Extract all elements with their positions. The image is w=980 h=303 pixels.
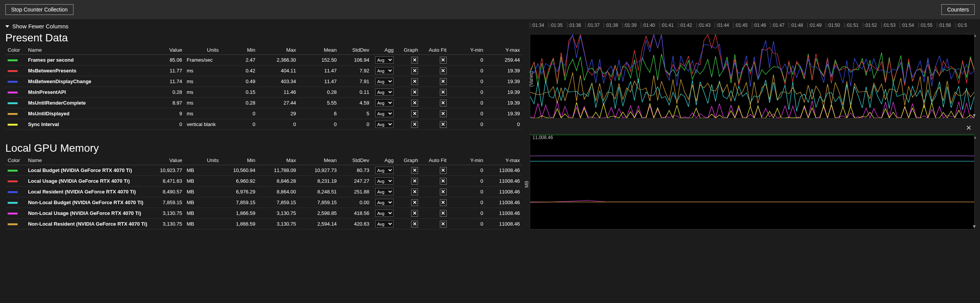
col-graph[interactable]: Graph	[396, 156, 420, 165]
graph-checkbox[interactable]: ✕	[411, 199, 418, 206]
table-row[interactable]: Non-Local Usage (NVIDIA GeForce RTX 4070…	[5, 208, 522, 219]
ymin-cell: 0	[449, 219, 486, 229]
agg-select[interactable]: Avg	[375, 78, 394, 85]
graph-checkbox[interactable]: ✕	[411, 188, 418, 195]
col-value[interactable]: Value	[148, 46, 185, 55]
col-ymin[interactable]: Y-min	[449, 46, 486, 55]
col-min[interactable]: Min	[221, 46, 258, 55]
ymin-cell: 0	[449, 108, 486, 119]
autofit-checkbox[interactable]: ✕	[440, 167, 447, 174]
table-row[interactable]: MsBetweenPresents11.77ms0.42404.1111.477…	[5, 66, 522, 76]
agg-select[interactable]: Avg	[375, 67, 394, 74]
value-cell: 8.97	[148, 98, 185, 108]
close-chart2-button[interactable]: ✕	[964, 122, 973, 134]
agg-select[interactable]: Avg	[375, 88, 394, 96]
agg-select[interactable]: Avg	[375, 188, 394, 195]
counter-name: Local Resident (NVIDIA GeForce RTX 4070 …	[26, 187, 148, 197]
min-cell: 1,866.59	[221, 208, 258, 219]
stop-counter-collection-button[interactable]: Stop Counter Collection	[5, 4, 74, 15]
agg-select[interactable]: Avg	[375, 110, 394, 117]
table-row[interactable]: MsBetweenDisplayChange11.74ms0.49403.341…	[5, 76, 522, 87]
counters-button[interactable]: Counters	[941, 4, 975, 15]
gpu-memory-chart[interactable]: 11,008.46 MB ▼	[530, 134, 975, 229]
counter-name: MsBetweenDisplayChange	[26, 76, 148, 87]
agg-select[interactable]: Avg	[375, 210, 394, 217]
graph-checkbox[interactable]: ✕	[411, 121, 418, 128]
table-row[interactable]: Non-Local Resident (NVIDIA GeForce RTX 4…	[5, 219, 522, 229]
time-axis: :01:34:01:35:01:36:01:37:01:38:01:39:01:…	[530, 23, 967, 28]
col-ymax[interactable]: Y-max	[485, 156, 522, 165]
col-min[interactable]: Min	[221, 156, 258, 165]
col-ymin[interactable]: Y-min	[449, 156, 486, 165]
col-color[interactable]: Color	[5, 156, 26, 165]
value-cell: 9	[148, 108, 185, 119]
col-units[interactable]: Units	[185, 156, 221, 165]
scroll-down-icon[interactable]: ▼	[971, 112, 977, 119]
agg-select[interactable]: Avg	[375, 167, 394, 174]
graph-checkbox[interactable]: ✕	[411, 78, 418, 85]
table-row[interactable]: Local Budget (NVIDIA GeForce RTX 4070 Ti…	[5, 165, 522, 176]
max-cell: 29	[258, 108, 298, 119]
autofit-checkbox[interactable]: ✕	[440, 57, 447, 64]
autofit-checkbox[interactable]: ✕	[440, 210, 447, 217]
graph-checkbox[interactable]: ✕	[411, 221, 418, 228]
col-name[interactable]: Name	[26, 46, 148, 55]
graph-checkbox[interactable]: ✕	[411, 167, 418, 174]
agg-select[interactable]: Avg	[375, 177, 394, 185]
col-ymax[interactable]: Y-max	[485, 46, 522, 55]
autofit-checkbox[interactable]: ✕	[440, 188, 447, 195]
graph-checkbox[interactable]: ✕	[411, 57, 418, 64]
col-name[interactable]: Name	[26, 156, 148, 165]
col-autofit[interactable]: Auto Fit	[420, 46, 449, 55]
autofit-checkbox[interactable]: ✕	[440, 121, 447, 128]
graph-checkbox[interactable]: ✕	[411, 89, 418, 96]
agg-select[interactable]: Avg	[375, 199, 394, 206]
agg-select[interactable]: Avg	[375, 220, 394, 228]
col-agg[interactable]: Agg	[372, 156, 396, 165]
present-data-chart[interactable]: (Varies) ▼	[530, 34, 975, 118]
col-units[interactable]: Units	[185, 46, 221, 55]
graph-checkbox[interactable]: ✕	[411, 100, 418, 106]
graph-checkbox[interactable]: ✕	[411, 67, 418, 74]
col-max[interactable]: Max	[258, 46, 298, 55]
autofit-checkbox[interactable]: ✕	[440, 89, 447, 96]
agg-select[interactable]: Avg	[375, 121, 394, 128]
autofit-checkbox[interactable]: ✕	[440, 110, 447, 117]
col-autofit[interactable]: Auto Fit	[420, 156, 449, 165]
stddev-cell: 7.91	[339, 76, 372, 87]
max-cell: 403.34	[258, 76, 298, 87]
color-swatch	[8, 81, 18, 83]
agg-select[interactable]: Avg	[375, 99, 394, 106]
table-row[interactable]: Frames per second85.06Frames/sec2.472,36…	[5, 55, 522, 66]
col-graph[interactable]: Graph	[396, 46, 420, 55]
table-row[interactable]: Local Resident (NVIDIA GeForce RTX 4070 …	[5, 187, 522, 197]
value-cell: 8,471.63	[148, 176, 185, 187]
col-stddev[interactable]: StdDev	[339, 46, 372, 55]
graph-checkbox[interactable]: ✕	[411, 210, 418, 217]
col-stddev[interactable]: StdDev	[339, 156, 372, 165]
table-row[interactable]: Sync Interval0vertical blank0000Avg✕✕00	[5, 119, 522, 130]
time-tick: :01:39	[622, 23, 637, 28]
autofit-checkbox[interactable]: ✕	[440, 199, 447, 206]
table-row[interactable]: Non-Local Budget (NVIDIA GeForce RTX 407…	[5, 197, 522, 208]
graph-checkbox[interactable]: ✕	[411, 110, 418, 117]
table-row[interactable]: MsUntilDisplayed9ms02965Avg✕✕019.39	[5, 108, 522, 119]
autofit-checkbox[interactable]: ✕	[440, 67, 447, 74]
col-mean[interactable]: Mean	[298, 46, 339, 55]
counter-name: Non-Local Budget (NVIDIA GeForce RTX 407…	[26, 197, 148, 208]
col-mean[interactable]: Mean	[298, 156, 339, 165]
graph-checkbox[interactable]: ✕	[411, 178, 418, 185]
autofit-checkbox[interactable]: ✕	[440, 78, 447, 85]
table-row[interactable]: MsInPresentAPI0.28ms0.1511.460.280.11Avg…	[5, 87, 522, 98]
autofit-checkbox[interactable]: ✕	[440, 178, 447, 185]
col-max[interactable]: Max	[258, 156, 298, 165]
table-row[interactable]: Local Usage (NVIDIA GeForce RTX 4070 Ti)…	[5, 176, 522, 187]
table-row[interactable]: MsUntilRenderComplete8.97ms0.2827.445.55…	[5, 98, 522, 108]
autofit-checkbox[interactable]: ✕	[440, 221, 447, 228]
scroll-down-icon-2[interactable]: ▼	[971, 223, 977, 230]
col-color[interactable]: Color	[5, 46, 26, 55]
agg-select[interactable]: Avg	[375, 56, 394, 64]
col-agg[interactable]: Agg	[372, 46, 396, 55]
autofit-checkbox[interactable]: ✕	[440, 100, 447, 106]
col-value[interactable]: Value	[148, 156, 185, 165]
